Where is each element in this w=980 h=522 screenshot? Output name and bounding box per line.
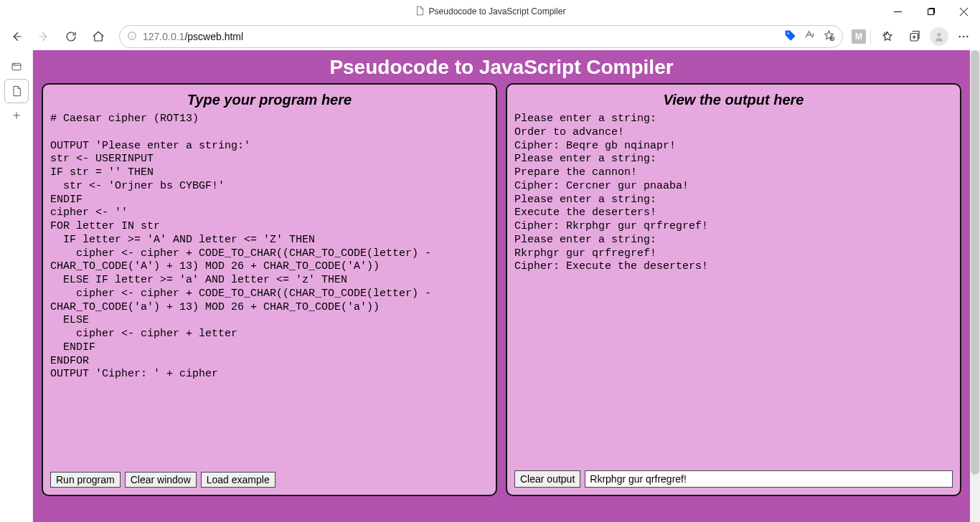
svg-point-6 [959,36,961,37]
profile-avatar[interactable] [930,27,948,46]
forward-button[interactable] [32,25,56,48]
url-host: 127.0.0.1 [143,31,184,42]
tab-actions-icon[interactable] [4,54,29,79]
editor-panel: Type your program here # Caesar cipher (… [42,83,497,496]
vertical-tab-rail [0,50,33,522]
browser-toolbar: 127.0.0.1/pscweb.html M [0,23,980,50]
extension-badge[interactable]: M [852,29,866,44]
back-button[interactable] [4,25,29,48]
vertical-scrollbar[interactable] [970,50,980,522]
output-panel: View the output here Please enter a stri… [506,83,961,496]
favorites-star-icon[interactable] [875,25,900,48]
editor-controls: Run program Clear window Load example [50,472,489,488]
page-viewport: Pseudocode to JavaScript Compiler Type y… [33,50,970,522]
toolbar-separator [870,29,871,44]
svg-point-5 [937,33,941,37]
window-minimize-button[interactable] [881,0,914,23]
shopping-tag-icon[interactable] [784,29,796,44]
clear-window-button[interactable]: Clear window [125,472,197,488]
output-console: Please enter a string: Order to advance!… [514,113,953,465]
run-program-button[interactable]: Run program [50,472,121,488]
clear-output-button[interactable]: Clear output [514,470,580,488]
document-icon [415,6,425,18]
site-info-icon[interactable] [127,31,137,43]
load-example-button[interactable]: Load example [201,472,275,488]
favorites-icon[interactable] [823,29,835,44]
refresh-button[interactable] [59,25,83,48]
new-tab-icon[interactable] [4,103,29,128]
window-maximize-button[interactable] [914,0,947,23]
url-path: /pscweb.html [184,31,243,42]
svg-point-8 [966,36,968,37]
home-button[interactable] [86,25,110,48]
read-aloud-icon[interactable] [804,29,816,44]
address-bar[interactable]: 127.0.0.1/pscweb.html [119,25,843,48]
output-heading: View the output here [514,92,953,108]
collections-icon[interactable] [903,25,927,48]
scrollbar-thumb[interactable] [971,50,979,475]
window-close-button[interactable] [947,0,980,23]
more-menu-icon[interactable] [951,25,976,48]
editor-heading: Type your program here [50,92,489,108]
current-tab-icon[interactable] [4,79,29,103]
code-editor[interactable]: # Caesar cipher (ROT13) OUTPUT 'Please e… [50,113,489,466]
svg-rect-9 [12,63,21,70]
window-titlebar: Pseudocode to JavaScript Compiler [0,0,980,23]
svg-point-2 [788,33,789,34]
svg-rect-0 [928,9,933,14]
app-title: Pseudocode to JavaScript Compiler [33,50,970,83]
svg-point-7 [963,36,964,37]
window-title: Pseudocode to JavaScript Compiler [429,6,566,16]
output-controls: Clear output [514,470,953,488]
user-input-field[interactable] [585,470,953,488]
